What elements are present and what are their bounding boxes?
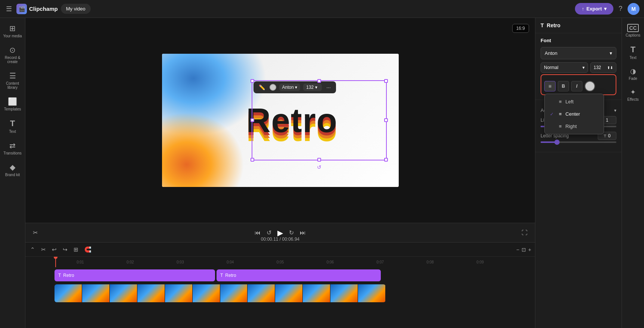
undo-button[interactable]: ↩ [51,245,58,254]
effects-icon: ✦ [630,88,636,96]
rotate-handle[interactable]: ↺ [317,164,321,170]
left-align-icon: ≡ [559,99,562,104]
text-color-picker[interactable] [585,81,595,91]
frame-thumb-6 [193,284,220,302]
zoom-fit-button[interactable]: ⊡ [522,247,526,253]
text-track-1[interactable]: T Retro [55,269,215,281]
ruler-mark-009: 0:09 [455,260,505,264]
text-selection-box[interactable]: ↺ [252,80,386,160]
text-icon: T [10,119,15,128]
rewind-button[interactable]: ↺ [267,229,271,236]
ruler-mark-006: 0:06 [305,260,355,264]
collapse-timeline-button[interactable]: ⌃ [29,245,36,254]
time-display: 00:00.11 / 00:06.94 [261,237,299,242]
font-style-dropdown[interactable]: Normal ▾ [541,62,588,73]
play-button[interactable]: ▶ [277,228,283,237]
sidebar-item-your-media[interactable]: ⊞ Your media [1,21,24,41]
italic-button[interactable]: I [571,81,582,91]
export-button[interactable]: ↑ Export ▾ [575,3,613,15]
top-bar: ☰ 🎬 Clipchamp My video ↑ Export ▾ ? M [0,0,644,18]
handle-top-right[interactable] [384,79,388,83]
align-left-icon: ≡ [548,83,551,89]
handle-bottom-mid[interactable] [317,158,321,162]
trim-button[interactable]: ✂ [33,229,38,236]
align-center-option[interactable]: ✓ ≡ Center [545,108,604,120]
align-left-option[interactable]: ≡ Left [545,96,604,108]
ruler-mark-003: 0:03 [155,260,205,264]
sidebar-item-content-library[interactable]: ☰ Contentlibrary [1,68,24,93]
skip-forward-button[interactable]: ⏭ [300,229,306,236]
timeline-toolbar: ⌃ ✂ ↩ ↪ ⊞ 🧲 − ⊡ + [25,243,535,257]
advanced-chevron-icon: ▾ [614,108,616,113]
text-panel-icon: T [631,45,635,54]
ruler-mark-001: 0:01 [55,260,105,264]
preview-canvas[interactable]: Retro ✏️ Anton ▾ 132 ▾ ··· [162,54,399,187]
export-chevron-icon: ▾ [604,6,607,12]
frame-thumb-7 [220,284,248,302]
handle-right-mid[interactable] [384,118,388,122]
magnet-button[interactable]: 🧲 [83,245,93,254]
sidebar-item-transitions[interactable]: ⇄ Transitions [1,138,24,158]
align-row: ≡ B I ≡ Left [544,81,613,91]
record-icon: ⊙ [9,46,16,54]
left-sidebar: ⊞ Your media ⊙ Record &create ☰ Contentl… [0,18,25,328]
letter-spacing-fill [541,141,556,143]
redo-button[interactable]: ↪ [62,245,69,254]
sidebar-item-text[interactable]: T Text [1,116,24,137]
handle-bottom-right[interactable] [384,158,388,162]
align-left-button[interactable]: ≡ [544,81,556,91]
font-family-dropdown[interactable]: Anton ▾ [541,47,616,59]
text-track-2[interactable]: T Retro [217,269,381,281]
sidebar-item-templates[interactable]: ⬜ Templates [1,94,24,114]
far-right-captions[interactable]: CC Captions [623,21,643,40]
fade-icon: ◑ [630,67,636,75]
panel-text-icon: T [541,22,544,28]
menu-button[interactable]: ☰ [4,3,13,15]
handle-bottom-left[interactable] [251,158,254,162]
far-right-effects[interactable]: ✦ Effects [623,85,643,104]
frame-thumb-8 [248,284,275,302]
align-right-option[interactable]: ≡ Right [545,120,604,132]
letter-spacing-thumb[interactable] [554,140,560,145]
skip-back-button[interactable]: ⏮ [255,229,261,236]
sidebar-item-record-create[interactable]: ⊙ Record &create [1,43,24,67]
video-title-button[interactable]: My video [61,4,91,14]
far-right-fade[interactable]: ◑ Fade [623,64,643,84]
text-tracks-row: T Retro T Retro [55,269,535,282]
alignment-section: ≡ B I ≡ Left [541,74,616,95]
handle-top-left[interactable] [251,79,254,83]
bold-button[interactable]: B [558,81,569,91]
video-preview-area: 16:9 Retro ✏️ Anton ▾ 132 ▾ [25,18,535,223]
right-check-mark [550,124,555,129]
content-library-icon: ☰ [9,71,16,80]
fullscreen-button[interactable]: ⛶ [522,229,528,236]
brand-kit-icon: ◆ [10,163,15,172]
help-button[interactable]: ? [617,3,624,14]
zoom-out-button[interactable]: − [516,247,519,253]
letter-spacing-slider[interactable] [541,141,616,143]
split-button[interactable]: ⊞ [72,245,80,254]
handle-left-mid[interactable] [251,118,254,122]
aspect-ratio-badge[interactable]: 16:9 [512,24,529,33]
center-align-icon: ≡ [559,111,562,117]
user-avatar[interactable]: M [628,3,640,15]
far-right-text[interactable]: T Text [623,42,643,63]
video-frames[interactable] [55,284,386,302]
sidebar-item-brand-kit[interactable]: ◆ Brand kit [1,160,24,180]
timeline-tracks: T Retro T Retro [25,267,535,304]
fast-forward-button[interactable]: ↻ [289,229,294,236]
frame-thumb-4 [137,284,165,302]
center-area: 16:9 Retro ✏️ Anton ▾ 132 ▾ [25,18,535,328]
cut-button[interactable]: ✂ [40,245,47,254]
ruler-mark-004: 0:04 [205,260,255,264]
font-size-input[interactable]: 132 ⬆⬇ [590,62,616,73]
playhead[interactable] [55,257,56,267]
handle-top-mid[interactable] [317,79,321,83]
style-size-row: Normal ▾ 132 ⬆⬇ [541,62,616,73]
zoom-in-button[interactable]: + [528,247,531,253]
style-chevron-icon: ▾ [582,65,585,70]
ruler-mark-008: 0:08 [405,260,455,264]
text-track-icon-1: T [58,273,61,278]
letter-spacing-icon: ⊤ [603,134,607,138]
left-check-mark [550,99,555,104]
